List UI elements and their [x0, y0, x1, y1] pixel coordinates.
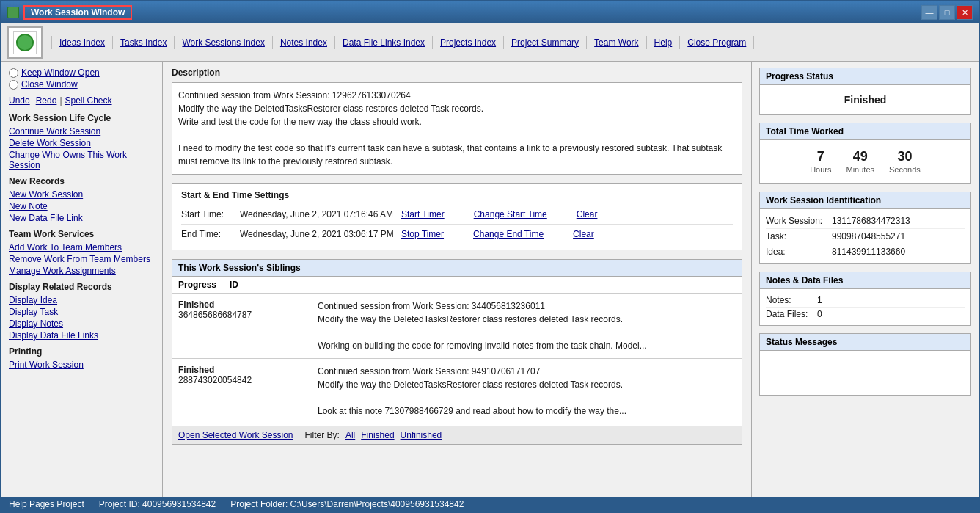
minutes-value: 49 [846, 149, 875, 164]
filter-finished-link[interactable]: Finished [361, 430, 394, 440]
nav-data-file-links-index[interactable]: Data File Links Index [335, 36, 433, 49]
keep-window-open-label[interactable]: Keep Window Open [21, 68, 100, 78]
start-time-clear-link[interactable]: Clear [577, 209, 598, 219]
stop-timer-link[interactable]: Stop Timer [401, 229, 444, 239]
total-time-section: Total Time Worked 7 Hours 49 Minutes 30 [759, 123, 971, 184]
add-work-to-team-link[interactable]: Add Work To Team Members [9, 242, 155, 252]
task-field-label: Task: [766, 231, 832, 241]
change-start-time-link[interactable]: Change Start Time [474, 209, 547, 219]
siblings-col-headers: Progress ID [172, 277, 742, 294]
redo-link[interactable]: Redo [36, 95, 57, 106]
section-title-lifecycle: Work Session Life Cycle [9, 113, 155, 123]
display-task-link[interactable]: Display Task [9, 307, 155, 317]
sibling-row[interactable]: Finished 288743020054842 Continued sessi… [172, 359, 742, 423]
description-box: Continued session from Work Session: 129… [172, 82, 742, 175]
col-header-progress: Progress [178, 280, 230, 290]
display-notes-link[interactable]: Display Notes [9, 319, 155, 329]
main-content: Keep Window Open Close Window Undo Redo … [1, 62, 979, 497]
change-who-owns-link[interactable]: Change Who Owns This Work Session [9, 150, 155, 170]
delete-work-session-link[interactable]: Delete Work Session [9, 138, 155, 148]
start-timer-link[interactable]: Start Timer [401, 209, 445, 219]
sidebar: Keep Window Open Close Window Undo Redo … [1, 62, 163, 497]
filter-unfinished-link[interactable]: Unfinished [401, 430, 442, 440]
nav-tasks-index[interactable]: Tasks Index [113, 36, 175, 49]
task-field-value: 990987048555271 [832, 231, 905, 241]
work-session-id-row: Work Session: 1311786834472313 [766, 214, 965, 229]
minutes-label: Minutes [846, 165, 875, 174]
logo-inner [13, 31, 37, 54]
sibling-item-left: Finished 288743020054842 [178, 365, 318, 418]
manage-work-assignments-link[interactable]: Manage Work Assignments [9, 266, 155, 276]
nav-team-work[interactable]: Team Work [587, 36, 646, 49]
seconds-value: 30 [889, 149, 921, 164]
display-data-file-links-link[interactable]: Display Data File Links [9, 330, 155, 341]
siblings-section: This Work Session's Siblings Progress ID… [172, 259, 742, 445]
nav-links: Ideas Index Tasks Index Work Sessions In… [51, 36, 754, 49]
open-selected-link[interactable]: Open Selected Work Session [178, 430, 293, 440]
end-time-clear-link[interactable]: Clear [573, 229, 594, 239]
status-messages-header: Status Messages [760, 334, 970, 351]
notes-data-files-header: Notes & Data Files [760, 272, 970, 289]
end-time-label: End Time: [181, 229, 240, 239]
continue-work-session-link[interactable]: Continue Work Session [9, 126, 155, 137]
notes-data-files-section: Notes & Data Files Notes: 1 Data Files: … [759, 272, 971, 326]
print-work-session-link[interactable]: Print Work Session [9, 360, 155, 370]
progress-status-content: Finished [760, 85, 970, 114]
remove-work-from-team-link[interactable]: Remove Work From Team Members [9, 254, 155, 264]
work-session-id-section: Work Session Identification Work Session… [759, 192, 971, 264]
data-files-field-label: Data Files: [766, 309, 817, 319]
description-text: Continued session from Work Session: 129… [178, 90, 722, 167]
section-title-display-related: Display Related Records [9, 282, 155, 292]
nav-help[interactable]: Help [647, 36, 681, 49]
notes-count-row: Notes: 1 [766, 294, 965, 308]
section-title-new-records: New Records [9, 176, 155, 186]
close-window-radio[interactable]: Close Window [9, 79, 155, 90]
time-worked-row: 7 Hours 49 Minutes 30 Seconds [766, 145, 965, 179]
close-button[interactable]: ✕ [957, 5, 973, 20]
window-title: Work Session Window [23, 5, 132, 20]
sibling-id: 288743020054842 [178, 375, 318, 385]
nav-close-program[interactable]: Close Program [680, 36, 754, 49]
status-messages-content [760, 351, 970, 395]
change-end-time-link[interactable]: Change End Time [473, 229, 544, 239]
sidebar-actions: Undo Redo | Spell Check [9, 95, 155, 106]
spell-check-link[interactable]: Spell Check [65, 95, 112, 106]
nav-ideas-index[interactable]: Ideas Index [51, 36, 113, 49]
display-idea-link[interactable]: Display Idea [9, 295, 155, 305]
sibling-id: 364865686684787 [178, 310, 318, 320]
sibling-desc: Continued session from Work Session: 949… [318, 365, 736, 418]
new-data-file-link[interactable]: New Data File Link [9, 213, 155, 223]
nav-project-summary[interactable]: Project Summary [504, 36, 587, 49]
idea-id-row: Idea: 811439911133660 [766, 244, 965, 259]
keep-window-open-radio[interactable]: Keep Window Open [9, 68, 155, 78]
hours-value: 7 [810, 149, 831, 164]
notes-field-value: 1 [817, 295, 822, 305]
sibling-row[interactable]: Finished 364865686684787 Continued sessi… [172, 294, 742, 359]
time-settings-label: Start & End Time Settings [181, 190, 733, 200]
right-panel: Progress Status Finished Total Time Work… [751, 62, 979, 497]
new-note-link[interactable]: New Note [9, 201, 155, 211]
time-settings-section: Start & End Time Settings Start Time: We… [172, 183, 742, 250]
new-work-session-link[interactable]: New Work Session [9, 189, 155, 200]
filter-all-link[interactable]: All [345, 430, 355, 440]
close-window-label[interactable]: Close Window [21, 79, 78, 90]
data-files-field-value: 0 [817, 309, 822, 319]
task-id-row: Task: 990987048555271 [766, 229, 965, 244]
maximize-button[interactable]: □ [939, 5, 955, 20]
col-header-id: ID [230, 280, 318, 290]
nav-bar: Ideas Index Tasks Index Work Sessions In… [1, 23, 979, 62]
siblings-scroll-container[interactable]: Finished 364865686684787 Continued sessi… [172, 294, 742, 426]
nav-notes-index[interactable]: Notes Index [273, 36, 335, 49]
undo-link[interactable]: Undo [9, 95, 30, 106]
progress-status-value: Finished [766, 90, 965, 110]
start-time-row: Start Time: Wednesday, June 2, 2021 07:1… [181, 205, 733, 224]
work-session-id-header: Work Session Identification [760, 192, 970, 209]
separator2: | [59, 95, 62, 106]
nav-work-sessions-index[interactable]: Work Sessions Index [175, 36, 273, 49]
status-bar: Help Pages Project Project ID: 400956931… [1, 497, 979, 512]
minimize-button[interactable]: — [921, 5, 937, 20]
nav-projects-index[interactable]: Projects Index [433, 36, 504, 49]
end-time-row: End Time: Wednesday, June 2, 2021 03:06:… [181, 224, 733, 244]
start-time-actions: Start Timer Change Start Time Clear [401, 209, 733, 219]
content-area: Description Continued session from Work … [163, 62, 751, 497]
